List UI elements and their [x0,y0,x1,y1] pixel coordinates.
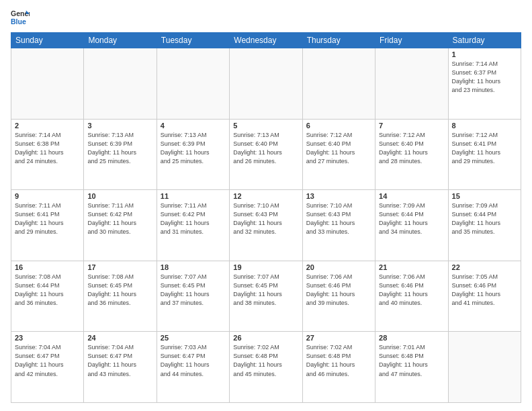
day-number: 5 [233,122,298,130]
week-row-1: 2Sunrise: 7:14 AM Sunset: 6:38 PM Daylig… [11,119,521,190]
day-info: Sunrise: 7:05 AM Sunset: 6:46 PM Dayligh… [452,273,517,308]
weekday-header-monday: Monday [84,33,157,48]
day-number: 25 [161,334,226,342]
day-number: 28 [379,334,444,342]
day-info: Sunrise: 7:04 AM Sunset: 6:47 PM Dayligh… [15,343,80,378]
calendar-cell [84,48,157,120]
day-info: Sunrise: 7:07 AM Sunset: 6:45 PM Dayligh… [161,273,226,308]
day-info: Sunrise: 7:09 AM Sunset: 6:44 PM Dayligh… [452,201,517,236]
logo: General Blue [11,8,30,27]
week-row-0: 1Sunrise: 7:14 AM Sunset: 6:37 PM Daylig… [11,48,521,120]
calendar-cell: 4Sunrise: 7:13 AM Sunset: 6:39 PM Daylig… [157,119,229,190]
day-number: 2 [15,122,80,130]
day-number: 18 [161,263,226,271]
weekday-header-row: SundayMondayTuesdayWednesdayThursdayFrid… [11,33,521,48]
calendar-cell: 23Sunrise: 7:04 AM Sunset: 6:47 PM Dayli… [11,332,84,403]
calendar-cell: 8Sunrise: 7:12 AM Sunset: 6:41 PM Daylig… [448,119,521,190]
day-info: Sunrise: 7:10 AM Sunset: 6:43 PM Dayligh… [306,201,371,236]
day-number: 16 [15,263,80,271]
calendar-cell: 20Sunrise: 7:06 AM Sunset: 6:46 PM Dayli… [302,261,375,332]
calendar-cell: 7Sunrise: 7:12 AM Sunset: 6:40 PM Daylig… [375,119,448,190]
day-info: Sunrise: 7:07 AM Sunset: 6:45 PM Dayligh… [233,273,298,308]
day-number: 3 [87,122,152,130]
day-info: Sunrise: 7:03 AM Sunset: 6:47 PM Dayligh… [161,343,226,378]
day-info: Sunrise: 7:11 AM Sunset: 6:42 PM Dayligh… [87,201,152,236]
page: General Blue SundayMondayTuesdayWednesda… [0,0,532,411]
calendar-cell: 17Sunrise: 7:08 AM Sunset: 6:45 PM Dayli… [84,261,157,332]
day-number: 7 [379,122,444,130]
day-number: 23 [15,334,80,342]
weekday-header-wednesday: Wednesday [230,33,302,48]
weekday-header-friday: Friday [375,33,448,48]
calendar-cell: 13Sunrise: 7:10 AM Sunset: 6:43 PM Dayli… [302,190,375,261]
calendar-cell: 24Sunrise: 7:04 AM Sunset: 6:47 PM Dayli… [84,332,157,403]
day-number: 6 [306,122,371,130]
week-row-3: 16Sunrise: 7:08 AM Sunset: 6:44 PM Dayli… [11,261,521,332]
week-row-2: 9Sunrise: 7:11 AM Sunset: 6:41 PM Daylig… [11,190,521,261]
calendar-cell: 1Sunrise: 7:14 AM Sunset: 6:37 PM Daylig… [448,48,521,120]
calendar-cell [230,48,302,120]
day-number: 19 [233,263,298,271]
day-number: 24 [87,334,152,342]
weekday-header-thursday: Thursday [302,33,375,48]
week-row-4: 23Sunrise: 7:04 AM Sunset: 6:47 PM Dayli… [11,332,521,403]
calendar-cell: 26Sunrise: 7:02 AM Sunset: 6:48 PM Dayli… [230,332,302,403]
day-info: Sunrise: 7:08 AM Sunset: 6:44 PM Dayligh… [15,273,80,308]
day-number: 20 [306,263,371,271]
day-info: Sunrise: 7:12 AM Sunset: 6:41 PM Dayligh… [452,131,517,166]
day-number: 17 [87,263,152,271]
day-number: 27 [306,334,371,342]
svg-text:Blue: Blue [11,17,26,26]
day-info: Sunrise: 7:14 AM Sunset: 6:38 PM Dayligh… [15,131,80,166]
calendar-cell: 14Sunrise: 7:09 AM Sunset: 6:44 PM Dayli… [375,190,448,261]
calendar-cell: 3Sunrise: 7:13 AM Sunset: 6:39 PM Daylig… [84,119,157,190]
day-number: 26 [233,334,298,342]
day-info: Sunrise: 7:12 AM Sunset: 6:40 PM Dayligh… [306,131,371,166]
calendar-cell: 22Sunrise: 7:05 AM Sunset: 6:46 PM Dayli… [448,261,521,332]
day-number: 14 [379,192,444,200]
calendar-cell: 6Sunrise: 7:12 AM Sunset: 6:40 PM Daylig… [302,119,375,190]
calendar-cell [11,48,84,120]
calendar-cell: 18Sunrise: 7:07 AM Sunset: 6:45 PM Dayli… [157,261,229,332]
calendar-cell: 19Sunrise: 7:07 AM Sunset: 6:45 PM Dayli… [230,261,302,332]
day-number: 15 [452,192,517,200]
calendar-cell: 27Sunrise: 7:02 AM Sunset: 6:48 PM Dayli… [302,332,375,403]
calendar-cell: 9Sunrise: 7:11 AM Sunset: 6:41 PM Daylig… [11,190,84,261]
calendar-cell [375,48,448,120]
calendar: SundayMondayTuesdayWednesdayThursdayFrid… [11,32,521,403]
day-number: 11 [161,192,226,200]
day-info: Sunrise: 7:08 AM Sunset: 6:45 PM Dayligh… [87,273,152,308]
day-number: 22 [452,263,517,271]
logo-icon: General Blue [11,8,30,27]
calendar-cell [157,48,229,120]
day-number: 9 [15,192,80,200]
calendar-cell: 11Sunrise: 7:11 AM Sunset: 6:42 PM Dayli… [157,190,229,261]
day-number: 21 [379,263,444,271]
weekday-header-tuesday: Tuesday [157,33,229,48]
day-info: Sunrise: 7:02 AM Sunset: 6:48 PM Dayligh… [306,343,371,378]
calendar-cell: 25Sunrise: 7:03 AM Sunset: 6:47 PM Dayli… [157,332,229,403]
weekday-header-sunday: Sunday [11,33,84,48]
day-info: Sunrise: 7:12 AM Sunset: 6:40 PM Dayligh… [379,131,444,166]
day-info: Sunrise: 7:02 AM Sunset: 6:48 PM Dayligh… [233,343,298,378]
day-number: 13 [306,192,371,200]
day-info: Sunrise: 7:01 AM Sunset: 6:48 PM Dayligh… [379,343,444,378]
calendar-cell [448,332,521,403]
day-info: Sunrise: 7:06 AM Sunset: 6:46 PM Dayligh… [306,273,371,308]
calendar-cell: 5Sunrise: 7:13 AM Sunset: 6:40 PM Daylig… [230,119,302,190]
day-number: 4 [161,122,226,130]
calendar-cell [302,48,375,120]
day-info: Sunrise: 7:13 AM Sunset: 6:39 PM Dayligh… [161,131,226,166]
day-info: Sunrise: 7:06 AM Sunset: 6:46 PM Dayligh… [379,273,444,308]
day-info: Sunrise: 7:11 AM Sunset: 6:42 PM Dayligh… [161,201,226,236]
day-info: Sunrise: 7:13 AM Sunset: 6:40 PM Dayligh… [233,131,298,166]
header: General Blue [11,8,521,27]
calendar-cell: 28Sunrise: 7:01 AM Sunset: 6:48 PM Dayli… [375,332,448,403]
day-number: 12 [233,192,298,200]
calendar-cell: 15Sunrise: 7:09 AM Sunset: 6:44 PM Dayli… [448,190,521,261]
day-info: Sunrise: 7:11 AM Sunset: 6:41 PM Dayligh… [15,201,80,236]
calendar-cell: 2Sunrise: 7:14 AM Sunset: 6:38 PM Daylig… [11,119,84,190]
day-info: Sunrise: 7:13 AM Sunset: 6:39 PM Dayligh… [87,131,152,166]
calendar-cell: 21Sunrise: 7:06 AM Sunset: 6:46 PM Dayli… [375,261,448,332]
day-info: Sunrise: 7:09 AM Sunset: 6:44 PM Dayligh… [379,201,444,236]
